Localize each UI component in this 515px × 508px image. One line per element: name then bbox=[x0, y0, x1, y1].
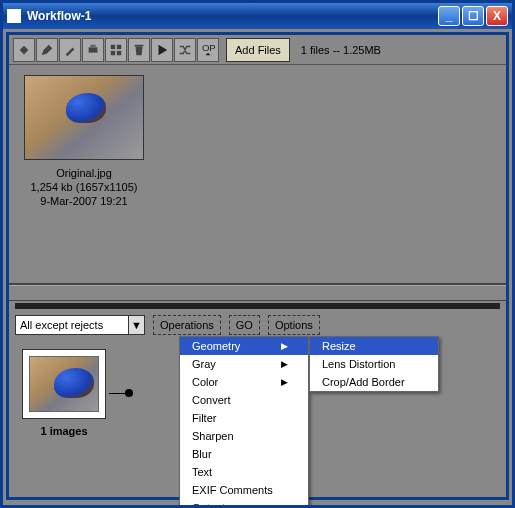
grid-icon[interactable] bbox=[105, 38, 127, 62]
window-controls: _ ☐ X bbox=[438, 6, 508, 26]
svg-rect-1 bbox=[90, 44, 95, 47]
pane-divider[interactable] bbox=[9, 285, 506, 301]
go-button[interactable]: GO bbox=[229, 315, 260, 335]
dropdown-arrow-icon[interactable]: ▼ bbox=[128, 316, 144, 334]
shuffle-icon[interactable] bbox=[174, 38, 196, 62]
svg-rect-6 bbox=[135, 44, 144, 46]
thumbnail-area: Original.jpg 1,254 kb (1657x1105) 9-Mar-… bbox=[9, 65, 506, 285]
client-area: OPT Add Files 1 files -- 1.25MB Original… bbox=[6, 32, 509, 500]
submenu-arrow-icon: ▶ bbox=[281, 359, 288, 369]
node-caption: 1 images bbox=[19, 425, 109, 437]
svg-rect-0 bbox=[89, 47, 98, 52]
toolbar: OPT Add Files 1 files -- 1.25MB bbox=[9, 35, 506, 65]
trash-icon[interactable] bbox=[128, 38, 150, 62]
controls-row: ▼ Operations GO Options bbox=[9, 311, 506, 339]
operations-menu-item-exif-comments[interactable]: EXIF Comments bbox=[180, 481, 308, 499]
options-icon[interactable]: OPT bbox=[197, 38, 219, 62]
geometry-submenu: ResizeLens DistortionCrop/Add Border bbox=[309, 336, 439, 392]
thumbnail-date: 9-Mar-2007 19:21 bbox=[19, 194, 149, 208]
svg-rect-5 bbox=[117, 50, 121, 54]
operations-menu-item-sharpen[interactable]: Sharpen bbox=[180, 427, 308, 445]
geometry-submenu-item-lens-distortion[interactable]: Lens Distortion bbox=[310, 355, 438, 373]
pencil-icon[interactable] bbox=[36, 38, 58, 62]
operations-menu-item-color[interactable]: Color▶ bbox=[180, 373, 308, 391]
close-button[interactable]: X bbox=[486, 6, 508, 26]
titlebar[interactable]: Workflow-1 _ ☐ X bbox=[3, 3, 512, 29]
maximize-button[interactable]: ☐ bbox=[462, 6, 484, 26]
minimize-button[interactable]: _ bbox=[438, 6, 460, 26]
thumbnail-filename: Original.jpg bbox=[19, 166, 149, 180]
window-title: Workflow-1 bbox=[27, 9, 438, 23]
node-frame bbox=[22, 349, 106, 419]
submenu-arrow-icon: ▶ bbox=[281, 503, 288, 508]
node-endpoint[interactable] bbox=[125, 389, 133, 397]
operations-menu-item-text[interactable]: Text bbox=[180, 463, 308, 481]
horizontal-scrollbar[interactable] bbox=[15, 303, 500, 309]
play-icon[interactable] bbox=[151, 38, 173, 62]
hand-tool-icon[interactable] bbox=[13, 38, 35, 62]
node-connector bbox=[109, 393, 125, 394]
svg-text:OPT: OPT bbox=[202, 43, 215, 53]
operations-menu-item-convert[interactable]: Convert bbox=[180, 391, 308, 409]
print-icon[interactable] bbox=[82, 38, 104, 62]
operations-menu: Geometry▶Gray▶Color▶ConvertFilterSharpen… bbox=[179, 336, 309, 508]
geometry-submenu-item-crop-add-border[interactable]: Crop/Add Border bbox=[310, 373, 438, 391]
filter-value[interactable] bbox=[16, 316, 128, 334]
geometry-submenu-item-resize[interactable]: Resize bbox=[310, 337, 438, 355]
node-image bbox=[29, 356, 99, 412]
app-window: Workflow-1 _ ☐ X OPT Add Files 1 files -… bbox=[0, 0, 515, 508]
submenu-arrow-icon: ▶ bbox=[281, 377, 288, 387]
wand-icon[interactable] bbox=[59, 38, 81, 62]
operations-button[interactable]: Operations bbox=[153, 315, 221, 335]
thumbnail-info: 1,254 kb (1657x1105) bbox=[19, 180, 149, 194]
thumbnail-image bbox=[24, 75, 144, 160]
operations-menu-item-blur[interactable]: Blur bbox=[180, 445, 308, 463]
svg-rect-2 bbox=[111, 44, 115, 48]
app-icon bbox=[7, 9, 21, 23]
operations-menu-item-geometry[interactable]: Geometry▶ bbox=[180, 337, 308, 355]
workflow-node[interactable]: 1 images bbox=[19, 349, 109, 437]
svg-rect-4 bbox=[111, 50, 115, 54]
submenu-arrow-icon: ▶ bbox=[281, 341, 288, 351]
svg-rect-3 bbox=[117, 44, 121, 48]
operations-menu-item-output[interactable]: Output▶ bbox=[180, 499, 308, 508]
options-button[interactable]: Options bbox=[268, 315, 320, 335]
filter-dropdown[interactable]: ▼ bbox=[15, 315, 145, 335]
operations-menu-item-gray[interactable]: Gray▶ bbox=[180, 355, 308, 373]
file-status: 1 files -- 1.25MB bbox=[301, 44, 381, 56]
operations-menu-item-filter[interactable]: Filter bbox=[180, 409, 308, 427]
thumbnail[interactable]: Original.jpg 1,254 kb (1657x1105) 9-Mar-… bbox=[19, 75, 149, 208]
add-files-button[interactable]: Add Files bbox=[226, 38, 290, 62]
